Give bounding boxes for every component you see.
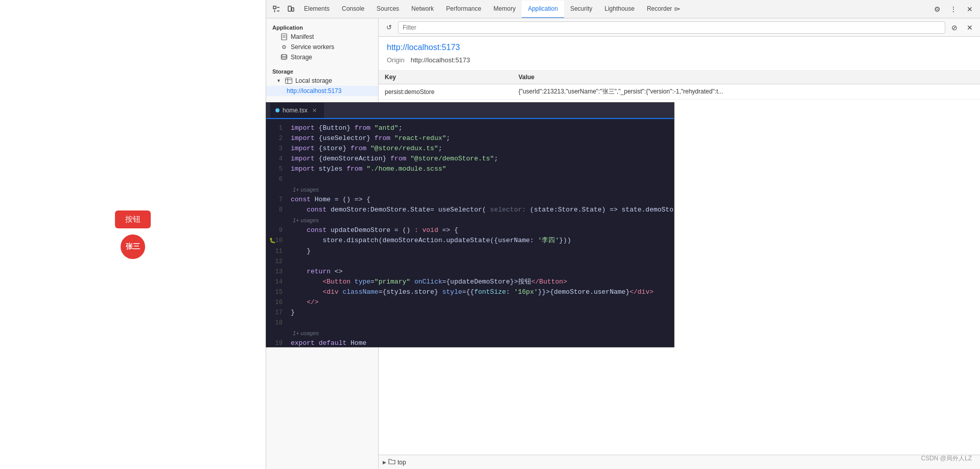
origin-value: http://localhost:5173 <box>411 56 470 64</box>
annotation-7: 1+ usages <box>266 184 674 195</box>
tab-memory[interactable]: Memory <box>487 1 522 18</box>
tab-list: Elements Console Sources Network Perform… <box>298 0 930 18</box>
annotation-19: 1+ usages <box>266 328 674 338</box>
localhost-label: http://localhost:5173 <box>287 87 341 95</box>
sidebar-storage-section: Storage <box>266 66 378 76</box>
sidebar-application-title: Application <box>266 22 378 32</box>
settings-icon[interactable]: ⚙ <box>930 2 944 16</box>
code-line-8: 8 const demoStore:DemoStore.State= useSe… <box>266 205 674 215</box>
code-editor: home.tsx ✕ 1 import {Button} from "antd"… <box>266 102 674 347</box>
code-line-3: 3 import {store} from "@store/redux.ts"; <box>266 144 674 154</box>
code-line-17: 17 } <box>266 308 674 318</box>
code-line-16: 16 </> <box>266 297 674 308</box>
code-line-12: 12 <box>266 256 674 267</box>
svg-rect-10 <box>285 78 292 84</box>
sidebar-item-manifest[interactable]: Manifest <box>266 32 378 42</box>
code-line-5: 5 import styles from "./home.module.scss… <box>266 164 674 174</box>
tab-network[interactable]: Network <box>405 1 440 18</box>
service-workers-label: Service workers <box>291 43 334 51</box>
tab-console[interactable]: Console <box>336 1 370 18</box>
cell-value: {"userId":213213,"userName":"张三","_persi… <box>512 84 980 100</box>
code-line-7: 7 const Home = () => { <box>266 195 674 205</box>
code-line-13: 13 return <> <box>266 267 674 277</box>
service-workers-icon: ⚙ <box>281 43 288 51</box>
frame-label: top <box>398 459 406 466</box>
editor-tab-bar: home.tsx ✕ <box>266 103 674 119</box>
code-line-19: 19 export default Home <box>266 338 674 347</box>
storage-main-label: Storage <box>291 54 312 61</box>
demo-button[interactable]: 按钮 <box>115 210 151 228</box>
table-row[interactable]: persist:demoStore {"userId":213213,"user… <box>379 84 980 100</box>
code-line-1: 1 import {Button} from "antd"; <box>266 123 674 133</box>
code-line-10: 🐛10 store.dispatch(demoStoreAction.updat… <box>266 236 674 246</box>
code-line-14: 14 <Button type="primary" onClick={updat… <box>266 277 674 287</box>
watermark: CSDN @局外人LZ <box>921 454 972 463</box>
tab-security[interactable]: Security <box>564 1 598 18</box>
sidebar-item-localhost[interactable]: http://localhost:5173 <box>266 86 378 96</box>
url-section: http://localhost:5173 Origin http://loca… <box>379 37 980 71</box>
svg-rect-5 <box>292 8 294 11</box>
tab-filename: home.tsx <box>283 107 308 114</box>
localstorage-table-icon <box>285 77 292 84</box>
localstorage-parent-label: Local storage <box>295 77 332 84</box>
filter-bar: ↺ ⊘ ✕ <box>379 18 980 37</box>
origin-row: Origin http://localhost:5173 <box>387 56 972 64</box>
origin-label: Origin <box>387 56 405 64</box>
frame-folder-icon <box>388 458 395 466</box>
code-line-2: 2 import {useSelector} from "react-redux… <box>266 133 674 144</box>
filter-input[interactable] <box>398 21 945 34</box>
code-line-11: 11 } <box>266 246 674 256</box>
code-line-18: 18 <box>266 318 674 328</box>
code-line-15: 15 <div className={styles.store} style={… <box>266 287 674 297</box>
filter-clear-icon[interactable]: ✕ <box>964 21 976 34</box>
sidebar-item-service-workers[interactable]: ⚙ Service workers <box>266 42 378 52</box>
url-display[interactable]: http://localhost:5173 <box>387 43 972 52</box>
code-content[interactable]: 1 import {Button} from "antd"; 2 import … <box>266 119 674 347</box>
tsx-icon <box>275 108 279 112</box>
code-line-6: 6 <box>266 174 674 184</box>
code-line-4: 4 import {demoStoreAction} from "@store/… <box>266 154 674 164</box>
annotation-8b: 1+ usages <box>266 215 674 225</box>
svg-rect-6 <box>282 34 287 40</box>
tab-sources[interactable]: Sources <box>370 1 405 18</box>
tab-elements[interactable]: Elements <box>298 1 336 18</box>
tab-lighthouse[interactable]: Lighthouse <box>598 1 641 18</box>
frame-bar: ▶ top <box>379 455 980 469</box>
cell-key: persist:demoStore <box>379 84 512 100</box>
more-icon[interactable]: ⋮ <box>946 2 961 16</box>
frame-expand-icon: ▶ <box>383 460 386 465</box>
manifest-icon <box>281 33 288 40</box>
devtools-toolbar: Elements Console Sources Network Perform… <box>266 0 980 18</box>
manifest-label: Manifest <box>291 33 314 40</box>
close-tab-icon[interactable]: ✕ <box>311 106 319 114</box>
toolbar-right: ⚙ ⋮ ✕ <box>930 2 977 16</box>
svg-rect-0 <box>273 6 276 9</box>
close-devtools-icon[interactable]: ✕ <box>963 2 977 16</box>
triangle-expand-icon: ▼ <box>276 78 281 83</box>
editor-tab-home[interactable]: home.tsx ✕ <box>270 103 324 118</box>
filter-block-icon[interactable]: ⊘ <box>948 21 961 34</box>
col-header-value: Value <box>512 71 980 84</box>
storage-icon <box>281 54 288 61</box>
inspect-icon[interactable] <box>269 2 284 16</box>
tab-recorder[interactable]: Recorder ⌲ <box>641 1 686 18</box>
svg-point-9 <box>282 55 287 57</box>
sidebar-item-localstorage-parent[interactable]: ▼ Local storage <box>266 76 378 86</box>
sidebar-item-storage-main[interactable]: Storage <box>266 52 378 62</box>
svg-rect-4 <box>288 6 291 11</box>
tab-performance[interactable]: Performance <box>440 1 487 18</box>
col-header-key: Key <box>379 71 512 84</box>
refresh-icon[interactable]: ↺ <box>383 21 395 34</box>
avatar: 张三 <box>121 235 145 259</box>
tab-application[interactable]: Application <box>522 1 564 18</box>
device-icon[interactable] <box>284 2 298 16</box>
code-line-9: 9 const updateDemoStore = () : void => { <box>266 225 674 236</box>
app-area: 按钮 张三 <box>0 0 266 469</box>
